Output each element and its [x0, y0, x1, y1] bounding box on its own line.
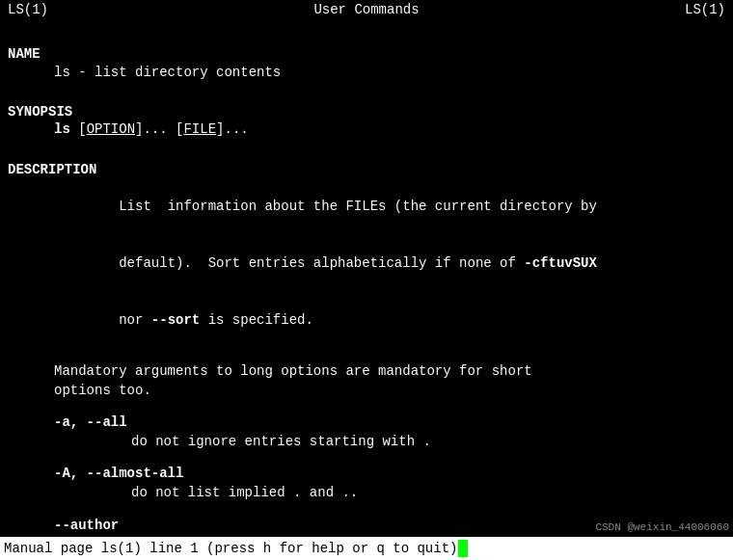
- status-bar: Manual page ls(1) line 1 (press h for he…: [0, 537, 733, 560]
- spacer: [8, 83, 725, 96]
- section-desc-title: DESCRIPTION: [8, 162, 725, 177]
- desc-para2-line1: Mandatory arguments to long options are …: [54, 362, 725, 382]
- terminal-window: LS(1) User Commands LS(1) NAME ls - list…: [0, 0, 733, 560]
- header-left: LS(1): [8, 2, 48, 17]
- desc-para1-line1: List information about the FILEs (the cu…: [54, 179, 725, 236]
- section-synopsis-title: SYNOPSIS: [8, 104, 725, 120]
- synopsis-option-underline: OPTION: [87, 121, 135, 137]
- header-center: User Commands: [313, 2, 419, 17]
- option-A-desc: do not list implied . and ..: [54, 484, 725, 503]
- spacer: [8, 503, 725, 517]
- man-page-header: LS(1) User Commands LS(1): [8, 2, 725, 17]
- status-cursor: [458, 540, 468, 557]
- desc-para1-line3: nor --sort is specified.: [54, 292, 725, 349]
- option-a-desc: do not ignore entries starting with .: [54, 433, 725, 452]
- option-a-flags: -a, --all: [54, 413, 725, 433]
- option-A-flags: -A, --almost-all: [54, 465, 725, 484]
- synopsis-file-rest: ]...: [216, 121, 249, 137]
- section-name-content: ls - list directory contents: [8, 64, 725, 83]
- section-name-title: NAME: [8, 46, 725, 62]
- desc-para1-text2: default). Sort entries alphabetically if…: [119, 255, 524, 271]
- option-a: -a, --all do not ignore entries starting…: [8, 413, 725, 451]
- desc-para1-bold: -cftuvSUX: [524, 255, 597, 271]
- status-text: Manual page ls(1) line 1 (press h for he…: [4, 541, 457, 556]
- synopsis-option-rest: ]... [: [135, 121, 183, 137]
- man-page-content: LS(1) User Commands LS(1) NAME ls - list…: [0, 0, 733, 537]
- desc-para1-text3: nor: [119, 312, 151, 328]
- spacer: [8, 141, 725, 154]
- watermark: CSDN @weixin_44006060: [595, 521, 729, 533]
- synopsis-space: [: [78, 121, 86, 137]
- spacer: [8, 349, 725, 362]
- desc-para1-sort: --sort: [151, 312, 200, 328]
- desc-para2-line2: options too.: [54, 382, 725, 401]
- option-A: -A, --almost-all do not list implied . a…: [8, 465, 725, 502]
- desc-para1-text4: is specified.: [200, 312, 313, 328]
- desc-para1-line2: default). Sort entries alphabetically if…: [54, 235, 725, 292]
- synopsis-command: ls: [54, 121, 70, 137]
- header-right: LS(1): [685, 2, 725, 17]
- desc-para1-text1: List information about the FILEs (the cu…: [119, 199, 597, 214]
- synopsis-line: ls [OPTION]... [FILE]...: [8, 121, 725, 137]
- spacer: [8, 451, 725, 465]
- desc-para1: List information about the FILEs (the cu…: [8, 179, 725, 349]
- desc-para2: Mandatory arguments to long options are …: [8, 362, 725, 400]
- spacer: [8, 25, 725, 39]
- synopsis-file-underline: FILE: [183, 121, 216, 137]
- spacer: [8, 400, 725, 413]
